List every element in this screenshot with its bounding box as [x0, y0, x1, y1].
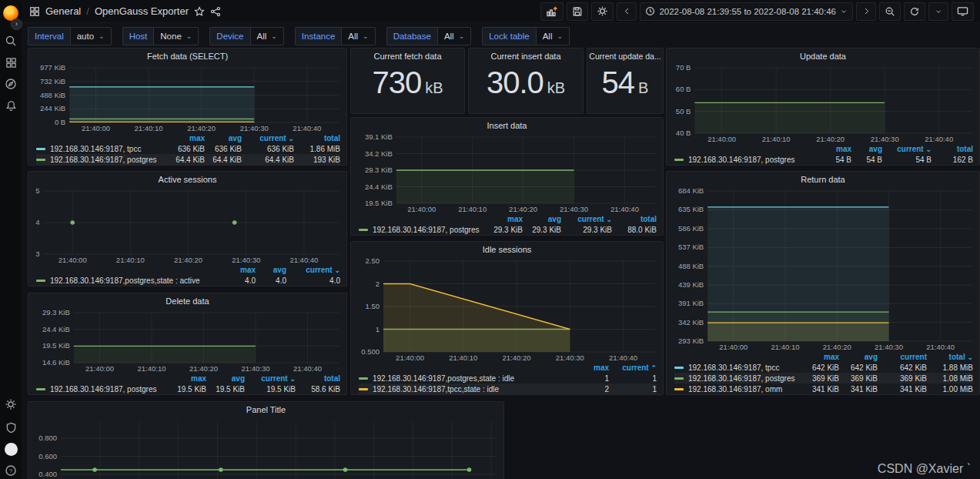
search-icon[interactable] — [0, 31, 22, 51]
refresh-interval-button[interactable] — [928, 2, 948, 21]
legend-sort-column[interactable]: avg — [839, 353, 878, 361]
legend-sort-column[interactable]: total — [932, 145, 973, 153]
delete-data-chart[interactable]: 14.6 KiB19.5 KiB24.4 KiB29.3 KiB21:40:00… — [32, 309, 343, 373]
legend-sort-column[interactable]: current ⌄ — [882, 145, 932, 153]
time-back-button[interactable] — [617, 2, 637, 21]
legend-row[interactable]: 192.168.30.146:9187, postgres64.4 KiB64.… — [36, 154, 340, 165]
legend-row[interactable]: 192.168.30.146:9187, tpcc636 KiB636 KiB6… — [36, 143, 340, 154]
panel-header[interactable]: Update data — [667, 49, 979, 64]
filter-value-dropdown[interactable]: None⌄ — [153, 27, 199, 45]
legend-sort-column[interactable]: max — [226, 266, 256, 274]
add-panel-button[interactable] — [540, 2, 564, 21]
legend-row[interactable]: 192.168.30.146:9187, postgres369 KiB369 … — [674, 373, 973, 384]
legend-sort-column[interactable]: avg — [851, 145, 882, 153]
sidebar-expand-button[interactable]: › — [11, 18, 22, 30]
time-forward-button[interactable] — [856, 2, 876, 21]
panel-header[interactable]: Delete data — [28, 293, 346, 309]
filter-value-dropdown[interactable]: All⌄ — [536, 27, 570, 45]
cycle-view-button[interactable] — [952, 2, 974, 21]
update-data-chart[interactable]: 40 B50 B60 B70 B21:40:0021:40:1021:40:20… — [670, 64, 976, 144]
legend-sort-column[interactable]: total — [612, 215, 657, 223]
help-icon[interactable]: ? — [0, 461, 22, 479]
zoom-out-button[interactable] — [879, 2, 901, 21]
legend-series-label[interactable]: 192.168.30.146:9187,tpcc,state : idle — [359, 385, 574, 394]
legend-row[interactable]: 192.168.30.146:9187,postgres,state : idl… — [359, 373, 657, 384]
legend-value: 64.4 KiB — [165, 156, 205, 164]
panel-header[interactable]: Current update da... — [587, 49, 663, 64]
legend-row[interactable]: 192.168.30.146:9187,postgres,state : act… — [36, 275, 340, 286]
time-range-picker[interactable]: 2022-08-08 21:39:55 to 2022-08-08 21:40:… — [640, 2, 853, 21]
legend-sort-column[interactable]: current — [878, 353, 927, 361]
idle-sessions-chart[interactable]: 0.50011.5022.5021:40:0021:40:1021:40:202… — [354, 257, 660, 363]
legend-row[interactable]: 192.168.30.146:9187, postgres19.5 KiB19.… — [36, 384, 340, 394]
legend-sort-column[interactable]: current ⌄ — [561, 215, 612, 223]
return-data-chart[interactable]: 293 KiB342 KiB391 KiB439 KiB488 KiB537 K… — [670, 187, 976, 352]
panel-header[interactable]: Active sessions — [28, 172, 346, 187]
legend-series-label[interactable]: 192.168.30.146:9187, tpcc — [674, 363, 798, 372]
legend-series-label[interactable]: 192.168.30.146:9187, postgres — [359, 226, 483, 234]
legend-row[interactable]: 192.168.30.146:9187, postgres54 B54 B54 … — [674, 154, 973, 165]
legend-sort-column[interactable]: total ⌄ — [927, 353, 973, 361]
configuration-icon[interactable] — [0, 394, 22, 414]
legend-row[interactable]: 192.168.30.146:9187,tpcc,state : idle21 — [359, 384, 657, 394]
save-dashboard-button[interactable] — [567, 2, 588, 21]
legend-row[interactable]: 192.168.30.146:9187, tpcc642 KiB642 KiB6… — [674, 362, 973, 373]
legend-sort-column[interactable]: total — [296, 374, 340, 383]
dashboard-settings-button[interactable] — [591, 2, 614, 21]
legend-sort-column[interactable]: avg — [206, 374, 245, 383]
active-sessions-chart[interactable]: 34521:40:0021:40:1021:40:2021:40:3021:40… — [32, 187, 343, 265]
legend-sort-column[interactable]: total — [294, 134, 340, 142]
legend-series-label[interactable]: 192.168.30.146:9187, postgres — [36, 156, 165, 164]
svg-text:19.5 KiB: 19.5 KiB — [365, 199, 393, 207]
legend-series-label[interactable]: 192.168.30.146:9187, postgres — [36, 385, 166, 394]
legend-series-label[interactable]: 192.168.30.146:9187, postgres — [674, 374, 798, 383]
legend-sort-column[interactable]: max — [483, 215, 523, 223]
panel-header[interactable]: Insert data — [351, 118, 663, 133]
legend-series-label[interactable]: 192.168.30.146:9187, tpcc — [36, 145, 165, 153]
legend-sort-column[interactable]: avg — [256, 266, 286, 274]
caret-down-icon — [935, 8, 942, 15]
alerting-icon[interactable] — [0, 95, 22, 116]
panel-header[interactable]: Return data — [667, 172, 979, 187]
breadcrumb-title[interactable]: OpenGauss Exporter — [95, 5, 189, 17]
legend-sort-column[interactable]: current ⌄ — [242, 134, 294, 142]
legend-row[interactable]: 192.168.30.146:9187, omm341 KiB341 KiB34… — [674, 384, 973, 394]
legend-sort-column[interactable]: max — [166, 374, 206, 383]
legend-sort-column[interactable]: max — [574, 363, 609, 372]
fetch-data-chart[interactable]: 0 B244 KiB488 KiB732 KiB977 KiB21:40:002… — [32, 64, 343, 133]
legend-row[interactable]: 192.168.30.146:9187, postgres29.3 KiB29.… — [359, 224, 657, 235]
server-admin-icon[interactable] — [0, 417, 22, 437]
explore-icon[interactable] — [0, 74, 22, 94]
panel-header[interactable]: Idle sessions — [351, 242, 663, 257]
legend-sort-column[interactable]: max — [798, 353, 839, 361]
panel-header[interactable]: Panel Title — [28, 402, 503, 417]
filter-value-dropdown[interactable]: All⌄ — [341, 27, 375, 45]
refresh-button[interactable] — [904, 2, 925, 21]
panel-delete-data: Delete data 14.6 KiB19.5 KiB24.4 KiB29.3… — [28, 293, 347, 395]
panel-header[interactable]: Current insert data — [469, 49, 583, 64]
panel-header[interactable]: Fetch data (SELECT) — [28, 49, 346, 64]
user-avatar[interactable] — [0, 439, 22, 459]
series-color-swatch — [359, 229, 368, 231]
share-icon[interactable] — [210, 6, 221, 17]
legend-series-label[interactable]: 192.168.30.146:9187,postgres,state : idl… — [359, 374, 574, 383]
legend-sort-column[interactable]: avg — [205, 134, 242, 142]
legend-series-label[interactable]: 192.168.30.146:9187, omm — [674, 385, 798, 394]
legend-series-label[interactable]: 192.168.30.146:9187, postgres — [674, 156, 819, 164]
filter-value-dropdown[interactable]: All⌄ — [437, 27, 471, 45]
panel-title-chart[interactable]: 0.4000.6000.800 — [32, 417, 500, 479]
legend-series-label[interactable]: 192.168.30.146:9187,postgres,state : act… — [36, 276, 226, 285]
panel-header[interactable]: Current fetch data — [351, 49, 464, 64]
legend-sort-column[interactable]: max — [819, 145, 851, 153]
legend-sort-column[interactable]: current ⌄ — [245, 374, 296, 383]
star-icon[interactable] — [194, 6, 205, 17]
legend-sort-column[interactable]: current ⌃ — [609, 363, 657, 372]
filter-value-dropdown[interactable]: auto⌄ — [70, 27, 112, 45]
breadcrumb-folder[interactable]: General — [45, 5, 81, 17]
insert-data-chart[interactable]: 19.5 KiB24.4 KiB29.3 KiB34.2 KiB39.1 KiB… — [354, 133, 660, 214]
filter-value-dropdown[interactable]: All⌄ — [250, 27, 284, 45]
dashboards-icon[interactable] — [0, 52, 22, 72]
legend-sort-column[interactable]: avg — [523, 215, 561, 223]
legend-sort-column[interactable]: current ⌄ — [286, 266, 340, 274]
legend-sort-column[interactable]: max — [165, 134, 205, 142]
